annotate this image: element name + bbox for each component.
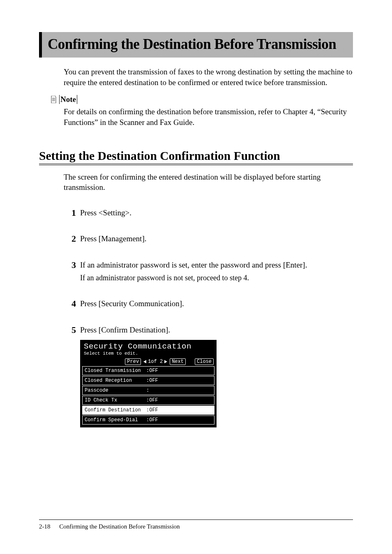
lcd-title: Security Communication	[84, 342, 213, 351]
lcd-nav: Prev 1of 2 Next Close	[81, 358, 215, 366]
lcd-page-label: 1of 2	[148, 359, 163, 365]
lcd-subtitle: Select item to edit.	[84, 351, 213, 356]
list-item-key: Closed Reception	[85, 378, 146, 383]
list-item-value: :OFF	[146, 368, 158, 374]
step-3: 3 If an administrator password is set, e…	[64, 260, 353, 283]
step-number: 5	[64, 325, 76, 335]
step-text: If an administrator password is set, ent…	[80, 260, 353, 283]
note-icon	[51, 96, 57, 103]
step-text: Press [Confirm Destination].	[80, 325, 353, 335]
step-text: Press [Security Communication].	[80, 298, 353, 309]
list-item-key: Passcode	[85, 388, 146, 393]
step-number: 2	[64, 233, 76, 244]
list-item-value: :OFF	[146, 378, 158, 383]
step-text: Press <Setting>.	[80, 208, 353, 218]
triangle-right-icon	[164, 360, 167, 363]
list-item[interactable]: ID Check Tx :OFF	[82, 396, 214, 405]
list-item-key: ID Check Tx	[85, 397, 146, 403]
list-item[interactable]: Confirm Destination :OFF	[82, 406, 214, 415]
page-footer: 2-18 Confirming the Destination Before T…	[39, 519, 353, 530]
step-text: Press [Management].	[80, 233, 353, 244]
step-2: 2 Press [Management].	[64, 233, 353, 244]
lcd-list: Closed Transmission :OFF Closed Receptio…	[81, 366, 215, 426]
list-item-value: :	[146, 388, 149, 393]
step-4: 4 Press [Security Communication].	[64, 298, 353, 309]
list-item[interactable]: Closed Reception :OFF	[82, 376, 214, 385]
list-item[interactable]: Passcode :	[82, 386, 214, 395]
step-number: 4	[64, 298, 76, 309]
list-item-key: Confirm Destination	[85, 407, 146, 413]
step-subtext: If an administrator password is not set,…	[80, 273, 353, 283]
intro-text: You can prevent the transmission of faxe…	[64, 67, 353, 88]
prev-button[interactable]: Prev	[125, 358, 141, 365]
lcd-page-indicator: 1of 2	[143, 359, 168, 365]
step-5: 5 Press [Confirm Destination].	[64, 325, 353, 335]
next-button[interactable]: Next	[170, 358, 186, 365]
list-item-key: Confirm Speed-Dial	[85, 417, 146, 423]
lcd-screen: Security Communication Select item to ed…	[80, 340, 217, 427]
list-item-value: :OFF	[146, 417, 158, 423]
step-number: 1	[64, 208, 76, 218]
footer-page-number: 2-18	[39, 523, 51, 530]
list-item[interactable]: Confirm Speed-Dial :OFF	[82, 416, 214, 425]
close-button[interactable]: Close	[195, 358, 214, 365]
list-item[interactable]: Closed Transmission :OFF	[82, 366, 214, 375]
list-item-key: Closed Transmission	[85, 368, 146, 374]
page-title: Confirming the Destination Before Transm…	[48, 36, 347, 53]
step-number: 3	[64, 260, 76, 270]
step-text-main: If an administrator password is set, ent…	[80, 261, 307, 269]
steps-list: 1 Press <Setting>. 2 Press [Management].…	[64, 208, 353, 335]
step-1: 1 Press <Setting>.	[64, 208, 353, 218]
footer-title: Confirming the Destination Before Transm…	[59, 523, 180, 530]
note-label: Note	[59, 95, 77, 104]
lcd-header: Security Communication Select item to ed…	[81, 341, 215, 358]
section-intro: The screen for confirming the entered de…	[64, 172, 353, 193]
triangle-left-icon	[143, 360, 146, 363]
section-heading: Setting the Destination Confirmation Fun…	[39, 149, 353, 165]
list-item-value: :OFF	[146, 407, 158, 413]
note-body: For details on confirming the destinatio…	[64, 106, 353, 127]
list-item-value: :OFF	[146, 397, 158, 403]
page-title-bar: Confirming the Destination Before Transm…	[39, 32, 353, 58]
note-header: Note	[51, 95, 353, 104]
